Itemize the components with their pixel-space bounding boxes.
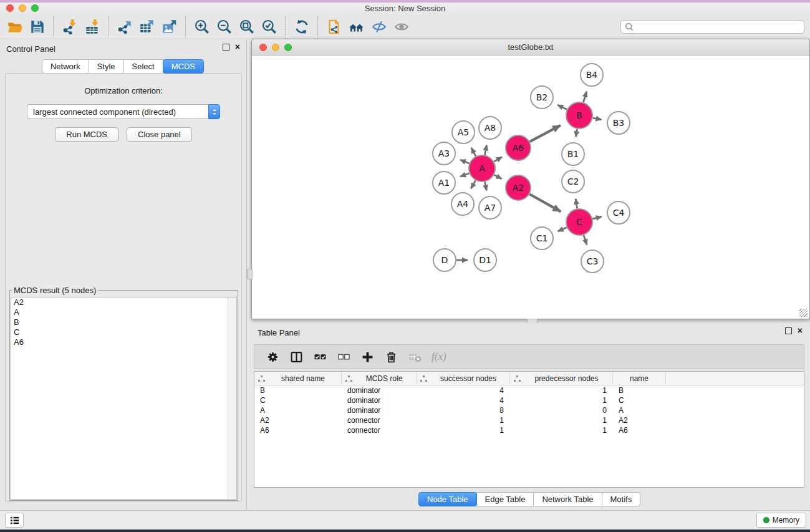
node-D1[interactable]: D1 <box>474 249 496 271</box>
cell-mcds-role[interactable]: dominator <box>342 406 417 415</box>
cell-mcds-role[interactable]: connector <box>342 416 417 425</box>
cell-predecessor-nodes[interactable]: 1 <box>510 396 613 405</box>
show-graphics-details-icon[interactable] <box>390 16 413 38</box>
node-A[interactable]: A <box>469 155 495 181</box>
node-C4[interactable]: C4 <box>607 201 630 224</box>
cell-name[interactable]: A6 <box>613 426 666 435</box>
edge-A-A3[interactable] <box>460 160 469 163</box>
run-mcds-button[interactable]: Run MCDS <box>55 127 118 142</box>
splitter-grip[interactable] <box>247 269 253 279</box>
column-header-shared-name[interactable]: shared name <box>254 372 342 385</box>
edge-A6-B[interactable] <box>530 125 561 142</box>
export-network-icon[interactable] <box>113 16 136 38</box>
column-header-name[interactable]: name <box>613 372 666 385</box>
node-B2[interactable]: B2 <box>531 86 553 109</box>
criterion-dropdown[interactable]: largest connected component (directed) <box>27 104 220 119</box>
table-row[interactable]: Cdominator41C <box>254 395 804 405</box>
node-C2[interactable]: C2 <box>562 170 584 193</box>
node-A1[interactable]: A1 <box>433 172 455 194</box>
network-window-titlebar[interactable]: testGlobe.txt <box>252 39 809 56</box>
node-C1[interactable]: C1 <box>531 227 553 249</box>
edge-B-B3[interactable] <box>593 118 602 120</box>
edge-A2-C[interactable] <box>529 194 561 211</box>
edge-A-A4[interactable] <box>471 180 475 188</box>
save-session-icon[interactable] <box>26 16 49 38</box>
tab-node-table[interactable]: Node Table <box>418 492 477 506</box>
tab-mcds[interactable]: MCDS <box>163 59 204 74</box>
task-history-button[interactable] <box>5 513 24 528</box>
delete-columns-icon[interactable] <box>379 346 403 367</box>
cell-successor-nodes[interactable]: 4 <box>417 386 510 395</box>
edge-B-B4[interactable] <box>583 92 586 102</box>
tab-edge-table[interactable]: Edge Table <box>476 492 534 506</box>
network-snapshot-icon[interactable] <box>323 16 345 38</box>
tab-select[interactable]: Select <box>123 59 163 74</box>
node-B3[interactable]: B3 <box>607 112 630 134</box>
tab-network[interactable]: Network <box>42 59 89 74</box>
close-panel-button[interactable]: Close panel <box>127 127 192 142</box>
select-all-checkboxes-icon[interactable] <box>308 346 332 367</box>
add-column-icon[interactable] <box>355 346 379 367</box>
column-header-mcds-role[interactable]: MCDS role <box>342 372 417 385</box>
memory-button[interactable]: Memory <box>756 513 806 528</box>
show-columns-icon[interactable] <box>284 346 308 367</box>
search-field[interactable] <box>620 20 804 34</box>
mcds-result-item[interactable]: A2 <box>11 297 236 307</box>
zoom-selected-icon[interactable] <box>258 16 281 38</box>
node-A7[interactable]: A7 <box>479 196 501 219</box>
cell-predecessor-nodes[interactable]: 1 <box>510 416 613 425</box>
edge-A-A8[interactable] <box>485 145 486 155</box>
mcds-result-item[interactable]: A <box>11 307 236 317</box>
cell-name[interactable]: A2 <box>613 416 666 425</box>
cell-predecessor-nodes[interactable]: 1 <box>510 386 613 395</box>
float-table-panel-icon[interactable] <box>785 327 792 334</box>
column-header-predecessor-nodes[interactable]: predecessor nodes <box>510 372 613 385</box>
cell-successor-nodes[interactable]: 1 <box>417 416 510 425</box>
cell-name[interactable]: C <box>613 396 666 405</box>
cell-name[interactable]: A <box>613 406 666 415</box>
cell-mcds-role[interactable]: dominator <box>342 386 417 395</box>
table-row[interactable]: A2connector11A2 <box>254 415 804 425</box>
cell-mcds-role[interactable]: dominator <box>342 396 417 405</box>
function-builder-icon[interactable]: f(x) <box>432 351 446 363</box>
scrollbar[interactable] <box>228 297 236 499</box>
edge-C-C2[interactable] <box>576 199 577 209</box>
cell-successor-nodes[interactable]: 8 <box>417 406 510 415</box>
node-table[interactable]: shared nameMCDS rolesuccessor nodesprede… <box>254 371 804 488</box>
home-view-icon[interactable] <box>345 16 368 38</box>
node-A8[interactable]: A8 <box>479 117 501 139</box>
table-row[interactable]: Adominator80A <box>254 405 804 415</box>
edge-A-A2[interactable] <box>494 175 501 178</box>
node-C[interactable]: C <box>566 209 592 235</box>
network-canvas[interactable]: AA6A2BCA5A8A3A1A4A7B2B4B3B1C2C4C1C3DD1 <box>253 56 809 318</box>
zoom-in-icon[interactable] <box>191 16 213 38</box>
hide-graphics-details-icon[interactable] <box>368 16 390 38</box>
cell-predecessor-nodes[interactable]: 0 <box>510 406 613 415</box>
table-settings-icon[interactable] <box>261 346 284 367</box>
table-row[interactable]: Bdominator41B <box>254 385 804 395</box>
mcds-result-list[interactable]: A2ABCA6 <box>11 297 237 500</box>
cell-shared-name[interactable]: A2 <box>254 416 342 425</box>
edge-C-C4[interactable] <box>592 216 601 218</box>
node-D[interactable]: D <box>433 249 456 271</box>
node-B1[interactable]: B1 <box>562 143 584 165</box>
close-table-panel-icon[interactable]: × <box>798 327 803 334</box>
tab-network-table[interactable]: Network Table <box>533 492 602 506</box>
edge-C-C3[interactable] <box>584 235 587 245</box>
delete-table-icon[interactable] <box>403 346 427 367</box>
edge-C-C1[interactable] <box>558 228 567 231</box>
node-A4[interactable]: A4 <box>451 193 474 215</box>
export-image-icon[interactable] <box>158 16 181 38</box>
refresh-icon[interactable] <box>291 16 313 38</box>
cell-name[interactable]: B <box>613 386 666 395</box>
edge-A-A1[interactable] <box>460 173 469 177</box>
cell-successor-nodes[interactable]: 4 <box>417 396 510 405</box>
zoom-out-icon[interactable] <box>213 16 236 38</box>
cell-shared-name[interactable]: C <box>254 396 342 405</box>
edge-A-A5[interactable] <box>471 148 476 157</box>
edge-A-A6[interactable] <box>494 157 502 162</box>
cell-shared-name[interactable]: A6 <box>254 426 342 435</box>
export-table-icon[interactable] <box>136 16 158 38</box>
cell-successor-nodes[interactable]: 1 <box>417 426 510 435</box>
import-table-icon[interactable] <box>81 16 104 38</box>
